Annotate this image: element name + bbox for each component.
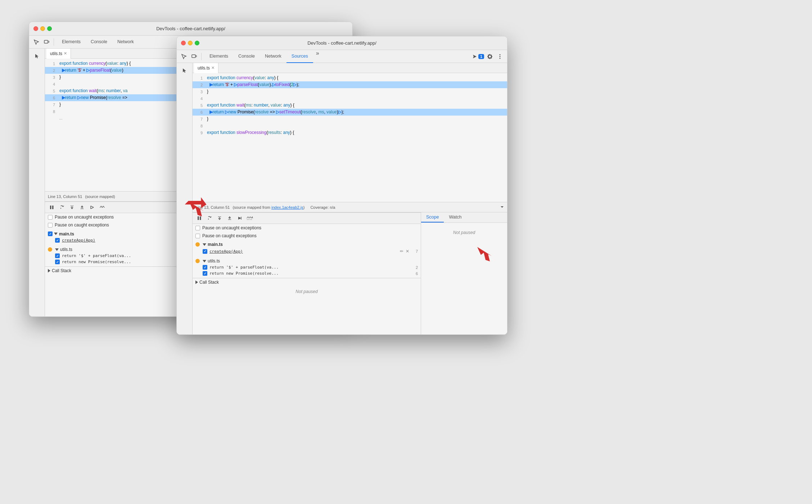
- maximize-button-back[interactable]: [47, 26, 52, 31]
- bp1-text-front: return '$' + parseFloat(va...: [209, 265, 410, 270]
- bp-item-2-front: return new Promise(resolve... 6: [193, 270, 421, 276]
- notification-btn-front[interactable]: 1: [472, 54, 484, 59]
- toolbar-sep-1: [54, 39, 54, 46]
- tab-console-front[interactable]: Console: [233, 50, 260, 63]
- bp-create-app-front: createApp(App) ✏ ✕ 7: [193, 248, 421, 255]
- menu-icon-front[interactable]: [496, 52, 504, 61]
- traffic-lights-front: [181, 41, 199, 45]
- bp-actions-front: ✏ ✕: [399, 248, 410, 254]
- svg-rect-0: [44, 40, 48, 43]
- call-stack-label-back: Call Stack: [52, 268, 71, 273]
- svg-rect-1: [48, 41, 49, 42]
- scope-tab-watch-front[interactable]: Watch: [444, 212, 466, 222]
- minimize-button-front[interactable]: [188, 41, 193, 45]
- bp2-checkbox-front[interactable]: [203, 271, 207, 276]
- bp-group-main-header-front[interactable]: main.ts: [193, 241, 421, 248]
- toolbar-sep-front: [201, 53, 202, 60]
- bp-delete-icon-front[interactable]: ✕: [405, 248, 410, 254]
- scope-tab-scope-front[interactable]: Scope: [421, 212, 444, 222]
- continue-btn-front[interactable]: [236, 214, 244, 222]
- step-into-btn-front[interactable]: [216, 214, 224, 222]
- navigate-icon-back[interactable]: [32, 51, 42, 62]
- devtools-body-front: utils.ts ✕ 1 export function currency(va…: [177, 63, 507, 334]
- main-ts-label-front: main.ts: [208, 242, 223, 247]
- minimize-button-back[interactable]: [40, 26, 45, 31]
- file-tab-utils-front[interactable]: utils.ts ✕: [194, 63, 218, 73]
- call-stack-header-front[interactable]: Call Stack: [193, 278, 421, 286]
- utils-ts-label-back: utils.ts: [60, 247, 72, 252]
- file-tabs-front: utils.ts ✕: [193, 63, 507, 73]
- code-line-8-front: 8: [193, 122, 507, 129]
- file-tab-name-front: utils.ts: [198, 66, 210, 71]
- scope-not-paused-front: Not paused: [421, 223, 507, 238]
- source-mapped-back: (source mapped): [85, 194, 115, 199]
- tab-more-front[interactable]: »: [313, 50, 322, 63]
- step-out-btn-back[interactable]: [78, 203, 86, 211]
- tab-elements-back[interactable]: Elements: [57, 36, 86, 49]
- toolbar-right-front: 1: [472, 52, 504, 61]
- bp1-checkbox-back[interactable]: [55, 253, 60, 258]
- create-app-checkbox-front[interactable]: [203, 249, 207, 254]
- file-tab-close-front[interactable]: ✕: [211, 66, 215, 70]
- close-button-back[interactable]: [33, 26, 38, 31]
- pause-caught-checkbox-front[interactable]: [195, 234, 200, 238]
- source-mapped-front: (source mapped from index.1ac4eab2.js): [233, 205, 304, 210]
- bp-edit-icon-front[interactable]: ✏: [399, 248, 404, 254]
- pause-caught-row-front: Pause on caught exceptions: [193, 232, 421, 240]
- main-ts-label-back: main.ts: [59, 231, 74, 237]
- tab-network-back[interactable]: Network: [112, 36, 139, 49]
- code-content-front[interactable]: 1 export function currency(value: any) {…: [193, 73, 507, 202]
- file-tab-name-back: utils.ts: [50, 51, 62, 56]
- code-line-6-front: 6 ▶return ▷new Promise(resolve => ▷setTi…: [193, 109, 507, 116]
- call-stack-triangle-front: [195, 280, 198, 284]
- coverage-expand-front[interactable]: [500, 205, 504, 210]
- maximize-button-front[interactable]: [195, 41, 199, 45]
- settings-icon-front[interactable]: [486, 52, 494, 61]
- file-tab-close-back[interactable]: ✕: [64, 51, 67, 56]
- file-tab-utils-back[interactable]: utils.ts ✕: [46, 49, 71, 59]
- tab-sources-front[interactable]: Sources: [287, 50, 313, 63]
- pause-btn-back[interactable]: [48, 203, 56, 211]
- main-triangle-front: [203, 243, 206, 246]
- call-stack-triangle-back: [48, 269, 50, 273]
- bp2-checkbox-back[interactable]: [55, 260, 60, 264]
- code-line-7-front: 7 }: [193, 116, 507, 122]
- pause-uncaught-checkbox-front[interactable]: [195, 226, 200, 230]
- continue-btn-back[interactable]: [88, 203, 96, 211]
- svg-rect-20: [196, 55, 197, 57]
- bp-group-utils-header-front[interactable]: utils.ts: [193, 258, 421, 264]
- device-icon[interactable]: [42, 38, 51, 46]
- svg-point-22: [500, 56, 501, 57]
- step-out-btn-front[interactable]: [226, 214, 234, 222]
- tab-network-front[interactable]: Network: [260, 50, 287, 63]
- pause-uncaught-checkbox-back[interactable]: [48, 215, 53, 220]
- deactivate-btn-front[interactable]: [246, 214, 254, 222]
- tab-console-back[interactable]: Console: [86, 36, 112, 49]
- bp-item-1-front: return '$' + parseFloat(va... 2: [193, 264, 421, 270]
- device-icon-front[interactable]: [190, 52, 198, 61]
- main-checkbox-back[interactable]: [48, 231, 53, 236]
- step-into-btn-back[interactable]: [68, 203, 76, 211]
- utils-triangle-front: [203, 260, 206, 262]
- create-app-checkbox-back[interactable]: [55, 238, 60, 243]
- svg-rect-19: [192, 55, 195, 58]
- panel-left-back: [29, 49, 45, 316]
- pause-caught-label-back: Pause on caught exceptions: [55, 222, 109, 228]
- inspect-icon-front[interactable]: [180, 52, 188, 61]
- bp1-checkbox-front[interactable]: [203, 265, 207, 270]
- deactivate-btn-back[interactable]: [98, 203, 106, 211]
- tab-elements-front[interactable]: Elements: [204, 50, 233, 63]
- inspect-icon[interactable]: [32, 38, 41, 46]
- pause-caught-label-front: Pause on caught exceptions: [202, 233, 257, 238]
- close-button-front[interactable]: [181, 41, 186, 45]
- navigate-icon-front[interactable]: [180, 66, 190, 76]
- pause-caught-checkbox-back[interactable]: [48, 223, 53, 228]
- call-stack-section-front: Call Stack Not paused: [193, 278, 421, 297]
- step-over-btn-back[interactable]: [58, 203, 66, 211]
- svg-marker-33: [238, 217, 241, 220]
- code-line-5-front: 5 export function wait(ms: number, value…: [193, 102, 507, 109]
- pause-uncaught-row-front: Pause on uncaught exceptions: [193, 224, 421, 232]
- source-file-link-front[interactable]: index.1ac4eab2.js: [271, 205, 303, 210]
- devtools-window-front: DevTools - coffee-cart.netlify.app/ Elem…: [176, 36, 508, 335]
- code-line-1-front: 1 export function currency(value: any) {: [193, 75, 507, 81]
